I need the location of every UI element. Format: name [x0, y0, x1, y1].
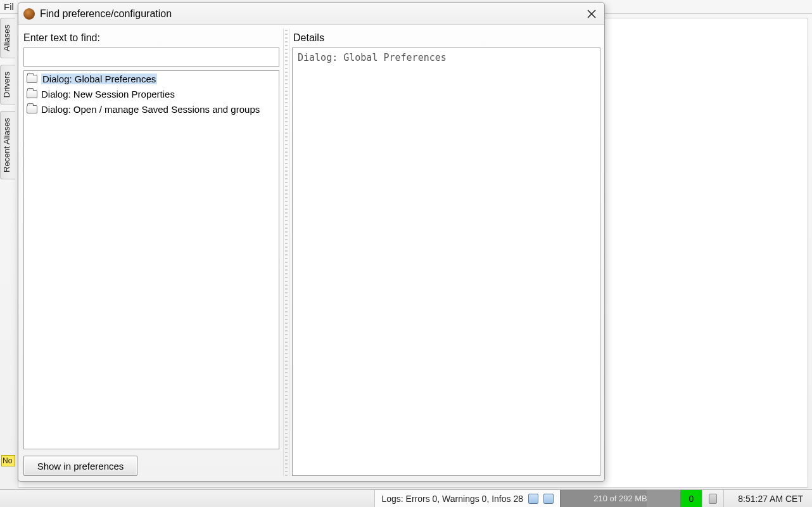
folder-icon — [27, 75, 37, 83]
logs-indicator-icon — [528, 494, 538, 504]
list-item[interactable]: Dialog: Global Preferences — [24, 71, 279, 86]
details-box: Dialog: Global Preferences — [292, 48, 600, 476]
list-item-label: Dialog: New Session Properties — [41, 89, 175, 99]
search-label: Enter text to find: — [23, 32, 279, 44]
search-input[interactable] — [23, 48, 279, 67]
list-item-label: Dialog: Open / manage Saved Sessions and… — [41, 104, 260, 115]
list-item[interactable]: Dialog: Open / manage Saved Sessions and… — [24, 101, 279, 117]
truncated-yellow-label: No — [1, 455, 15, 466]
app-icon — [23, 8, 35, 20]
logs-monitor-icon — [543, 494, 554, 504]
dialog-body: Enter text to find: Dialog: Global Prefe… — [18, 25, 604, 481]
side-tab-recent-aliases[interactable]: Recent Aliases — [0, 111, 15, 179]
dialog-title: Find preference/configuration — [40, 8, 172, 20]
side-tab-drivers[interactable]: Drivers — [0, 65, 15, 105]
trash-icon — [709, 494, 717, 504]
status-spacer — [0, 490, 374, 507]
side-tab-aliases[interactable]: Aliases — [0, 18, 15, 58]
status-bar: Logs: Errors 0, Warnings 0, Infos 28 210… — [0, 489, 812, 507]
menubar-file-truncated[interactable]: Fil — [4, 1, 14, 12]
status-green-count[interactable]: 0 — [680, 490, 702, 507]
details-label: Details — [293, 32, 599, 44]
green-count-value: 0 — [689, 494, 694, 504]
status-logs-text: Logs: Errors 0, Warnings 0, Infos 28 — [381, 494, 523, 504]
close-icon — [587, 10, 596, 18]
status-clock: 8:51:27 AM CET — [723, 490, 812, 507]
button-row: Show in preferences — [22, 449, 281, 476]
list-item[interactable]: Dialog: New Session Properties — [24, 86, 279, 101]
folder-icon — [27, 105, 37, 113]
clock-text: 8:51:27 AM CET — [738, 494, 803, 504]
dialog-titlebar[interactable]: Find preference/configuration — [18, 3, 604, 25]
left-pane: Enter text to find: Dialog: Global Prefe… — [22, 29, 281, 476]
results-list[interactable]: Dialog: Global PreferencesDialog: New Se… — [23, 70, 279, 449]
splitter-handle[interactable] — [283, 29, 289, 476]
list-item-label: Dialog: Global Preferences — [41, 74, 157, 84]
find-preference-dialog: Find preference/configuration Enter text… — [18, 3, 605, 482]
right-pane: Details Dialog: Global Preferences — [292, 29, 600, 476]
status-memory[interactable]: 210 of 292 MB — [560, 490, 680, 507]
memory-text: 210 of 292 MB — [593, 494, 647, 503]
folder-icon — [27, 90, 37, 98]
side-tab-strip: Aliases Drivers Recent Aliases — [0, 18, 15, 179]
close-button[interactable] — [583, 6, 600, 22]
status-gc-button[interactable] — [702, 490, 723, 507]
show-in-preferences-button[interactable]: Show in preferences — [23, 456, 137, 476]
status-logs[interactable]: Logs: Errors 0, Warnings 0, Infos 28 — [374, 490, 560, 507]
